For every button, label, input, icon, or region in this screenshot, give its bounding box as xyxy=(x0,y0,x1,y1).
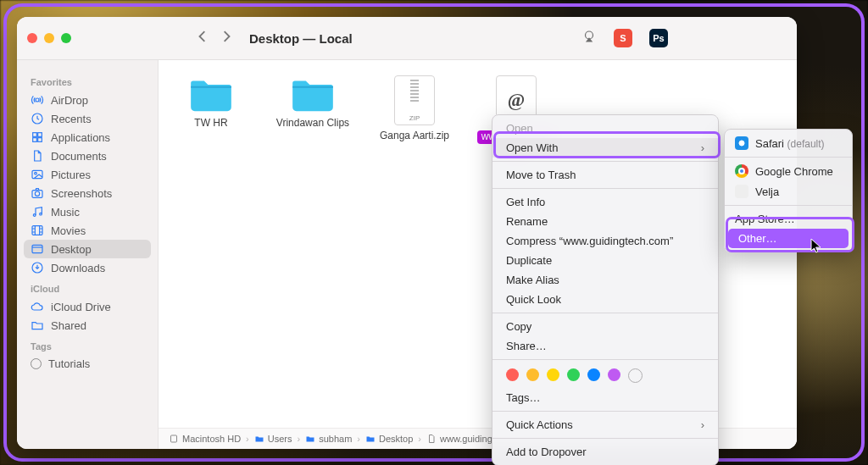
menu-item-make-alias[interactable]: Make Alias xyxy=(492,270,718,290)
menu-item-quick-look[interactable]: Quick Look xyxy=(492,290,718,309)
submenu-item-other-[interactable]: Other… xyxy=(728,229,849,248)
svg-rect-22 xyxy=(32,245,42,252)
svg-rect-15 xyxy=(32,170,42,178)
sidebar-item-downloads[interactable]: Downloads xyxy=(24,258,151,277)
svg-point-20 xyxy=(40,213,42,215)
menu-item-get-info[interactable]: Get Info xyxy=(492,192,718,212)
submenu-item-app-store-[interactable]: App Store… xyxy=(725,209,852,229)
airplay-icon[interactable] xyxy=(581,29,597,47)
menu-item-quick-actions[interactable]: Quick Actions› xyxy=(492,415,718,435)
svg-rect-11 xyxy=(33,133,37,137)
menu-item-copy[interactable]: Copy xyxy=(492,317,718,336)
menu-item-share-[interactable]: Share… xyxy=(492,336,718,356)
menu-item-add-to-dropover[interactable]: Add to Dropover xyxy=(492,442,718,462)
svg-rect-13 xyxy=(33,138,37,142)
svg-point-16 xyxy=(35,172,37,174)
menu-item-open-with[interactable]: Open With› xyxy=(492,138,718,158)
pathbar-item[interactable]: Desktop xyxy=(365,434,413,444)
sidebar-item-music[interactable]: Music xyxy=(24,202,151,221)
submenu-item-safari[interactable]: Safari (default) xyxy=(725,133,852,153)
menu-item-move-to-trash[interactable]: Move to Trash xyxy=(492,165,718,185)
menu-item-compress-www-guidingtech-com-[interactable]: Compress “www.guidingtech.com” xyxy=(492,231,718,251)
sidebar-item-label: Desktop xyxy=(51,243,92,256)
sidebar-item-airdrop[interactable]: AirDrop xyxy=(24,91,151,109)
sidebar-item-label: Shared xyxy=(51,319,86,332)
pathbar-item[interactable]: subham xyxy=(305,434,352,444)
menu-item-rename[interactable]: Rename xyxy=(492,212,718,231)
sidebar-item-label: Downloads xyxy=(51,262,105,274)
toolbar: Desktop — Local S Ps xyxy=(17,17,797,60)
sidebar-item-desktop[interactable]: Desktop xyxy=(24,240,151,258)
sidebar-item-documents[interactable]: Documents xyxy=(24,147,151,165)
svg-rect-14 xyxy=(38,138,42,142)
sidebar-item-movies[interactable]: Movies xyxy=(24,221,151,240)
sidebar-item-label: iCloud Drive xyxy=(51,301,111,313)
sidebar-item-label: Tutorials xyxy=(48,357,90,370)
sidebar-item-label: Movies xyxy=(51,224,86,237)
zoom-window[interactable] xyxy=(61,33,71,43)
app-shortcut-ps[interactable]: Ps xyxy=(649,29,668,47)
sidebar-item-pictures[interactable]: Pictures xyxy=(24,165,151,184)
sidebar-header: Tags xyxy=(31,341,144,352)
menu-item-tags-[interactable]: Tags… xyxy=(492,388,718,407)
open-with-submenu: Safari (default)Google ChromeVeljaApp St… xyxy=(724,129,853,252)
sidebar-item-applications[interactable]: Applications xyxy=(24,128,151,147)
sidebar-header: iCloud xyxy=(31,284,144,294)
sidebar-item-label: Pictures xyxy=(51,169,91,181)
sidebar-item-icloud-drive[interactable]: iCloud Drive xyxy=(24,297,151,316)
file-item[interactable]: TW HR xyxy=(174,75,248,158)
sidebar-header: Favorites xyxy=(31,77,144,87)
sidebar-item-recents[interactable]: Recents xyxy=(24,109,151,128)
file-item[interactable]: ZIPGanga Aarti.zip xyxy=(377,75,452,158)
file-item[interactable]: Vrindawan Clips xyxy=(275,75,350,158)
svg-point-9 xyxy=(36,98,39,102)
sidebar-item-label: Music xyxy=(51,206,80,219)
tag-colors[interactable] xyxy=(492,363,718,388)
sidebar-item-label: AirDrop xyxy=(51,94,88,107)
sidebar-item-tutorials[interactable]: Tutorials xyxy=(24,355,151,373)
forward-button[interactable] xyxy=(220,30,232,46)
svg-rect-24 xyxy=(171,435,177,442)
sidebar-item-shared[interactable]: Shared xyxy=(24,316,151,335)
sidebar-item-label: Recents xyxy=(51,113,92,125)
window-controls xyxy=(27,33,71,43)
svg-rect-21 xyxy=(32,226,42,235)
menu-item-open[interactable]: Open xyxy=(492,119,718,138)
pathbar-item[interactable]: Macintosh HD xyxy=(169,434,241,444)
submenu-item-google-chrome[interactable]: Google Chrome xyxy=(725,161,852,181)
svg-point-18 xyxy=(35,191,39,196)
sidebar-item-label: Applications xyxy=(51,131,110,144)
sidebar: FavoritesAirDropRecentsApplicationsDocum… xyxy=(17,60,159,449)
context-menu: OpenOpen With›Move to TrashGet InfoRenam… xyxy=(492,114,719,465)
sidebar-item-label: Screenshots xyxy=(51,187,112,200)
close-window[interactable] xyxy=(27,33,37,43)
submenu-item-velja[interactable]: Velja xyxy=(725,181,852,202)
pathbar-item[interactable]: Users xyxy=(254,434,292,444)
minimize-window[interactable] xyxy=(44,33,54,43)
svg-rect-12 xyxy=(38,133,42,137)
window-title: Desktop — Local xyxy=(249,31,353,46)
svg-point-19 xyxy=(33,214,36,217)
back-button[interactable] xyxy=(197,30,209,46)
cursor-icon xyxy=(810,239,822,254)
menu-item-duplicate[interactable]: Duplicate xyxy=(492,251,718,270)
sidebar-item-screenshots[interactable]: Screenshots xyxy=(24,184,151,202)
sidebar-item-label: Documents xyxy=(51,150,107,163)
app-shortcut-s[interactable]: S xyxy=(614,29,632,47)
